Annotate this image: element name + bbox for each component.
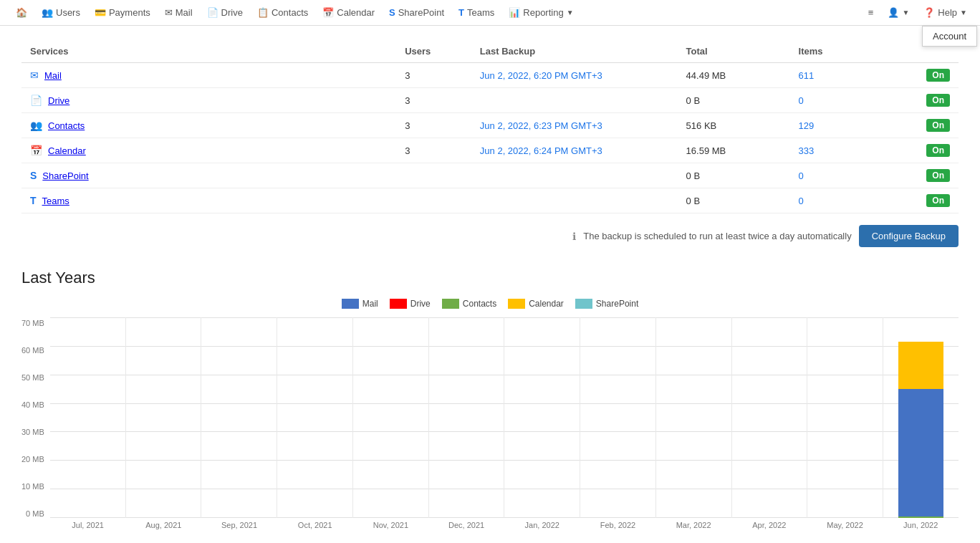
account-bubble[interactable]: Account	[922, 26, 977, 47]
legend-item: Calendar	[508, 299, 564, 309]
nav-calendar[interactable]: 📅 Calendar	[315, 0, 382, 25]
chart-column	[429, 317, 505, 518]
status-cell: On	[883, 163, 959, 188]
col-header-users: Users	[396, 40, 471, 63]
status-cell: On	[883, 63, 959, 88]
table-row: T Teams 0 B 0 On	[21, 188, 959, 213]
items-cell: 0	[790, 88, 884, 113]
nav-sharepoint[interactable]: S SharePoint	[382, 0, 451, 25]
legend-color	[442, 299, 459, 309]
chart-title: Last Years	[21, 269, 959, 287]
items-cell: 611	[790, 63, 884, 88]
status-cell: On	[883, 138, 959, 163]
help-dropdown-icon: ▼	[960, 9, 967, 16]
legend-label: Mail	[362, 299, 378, 309]
backup-note: ℹ The backup is scheduled to run at leas…	[21, 225, 959, 247]
service-cell: 📄 Drive	[21, 88, 396, 113]
nav-menu-button[interactable]: ≡	[864, 7, 878, 18]
account-dropdown-icon: ▼	[902, 9, 909, 16]
chart-column	[732, 317, 808, 518]
mail-service-link[interactable]: Mail	[44, 70, 62, 81]
chart-section: Last Years MailDriveContactsCalendarShar…	[21, 269, 959, 529]
total-cell: 516 KB	[678, 113, 790, 138]
service-cell: 📅 Calendar	[21, 138, 396, 163]
legend-color	[342, 299, 359, 309]
total-cell: 0 B	[678, 163, 790, 188]
nav-home[interactable]: 🏠	[9, 0, 34, 25]
main-content: Services Users Last Backup Total Items ✉…	[0, 26, 980, 543]
reporting-dropdown-icon: ▼	[567, 9, 574, 16]
home-icon: 🏠	[16, 7, 27, 18]
table-row: 👥 Contacts 3 Jun 2, 2022, 6:23 PM GMT+3 …	[21, 113, 959, 138]
nav-users[interactable]: 👥 Users	[34, 0, 87, 25]
nav-payments[interactable]: 💳 Payments	[87, 0, 158, 25]
teams-service-link[interactable]: Teams	[42, 196, 69, 206]
nav-account-button[interactable]: 👤 ▼	[883, 7, 913, 18]
nav-help-button[interactable]: ❓ Help ▼	[919, 7, 971, 18]
col-header-backup: Last Backup	[471, 40, 678, 63]
chart-column	[126, 317, 202, 518]
calendar-row-icon: 📅	[30, 145, 42, 156]
x-axis-label: Apr, 2022	[731, 521, 807, 529]
contacts-service-link[interactable]: Contacts	[48, 120, 85, 131]
nav-contacts[interactable]: 📋 Contacts	[250, 0, 315, 25]
x-axis-label: Oct, 2021	[277, 521, 353, 529]
bar-stack	[898, 342, 943, 518]
total-cell: 44.49 MB	[678, 63, 790, 88]
users-cell	[396, 163, 471, 188]
total-cell: 0 B	[678, 88, 790, 113]
nav-reporting[interactable]: 📊 Reporting ▼	[501, 0, 580, 25]
chart-column	[883, 317, 959, 518]
drive-row-icon: 📄	[30, 95, 42, 106]
legend-item: Contacts	[442, 299, 496, 309]
status-cell: On	[883, 188, 959, 213]
backup-cell: Jun 2, 2022, 6:23 PM GMT+3	[471, 113, 678, 138]
legend-color	[508, 299, 525, 309]
bar-segment-calendar	[898, 342, 943, 389]
calendar-icon: 📅	[322, 7, 334, 18]
x-axis-label: Sep, 2021	[201, 521, 277, 529]
sharepoint-service-link[interactable]: SharePoint	[42, 170, 88, 181]
nav-mail[interactable]: ✉ Mail	[158, 0, 200, 25]
x-axis-label: Jul, 2021	[50, 521, 126, 529]
chart-legend: MailDriveContactsCalendarSharePoint	[21, 299, 959, 309]
x-axis-label: Jan, 2022	[504, 521, 580, 529]
drive-icon: 📄	[207, 7, 218, 18]
teams-icon: T	[458, 7, 464, 18]
items-cell: 0	[790, 163, 884, 188]
nav-teams[interactable]: T Teams	[451, 0, 501, 25]
users-cell: 3	[396, 138, 471, 163]
x-axis-label: Dec, 2021	[428, 521, 504, 529]
chart-column	[201, 317, 277, 518]
chart-column	[353, 317, 429, 518]
teams-row-icon: T	[30, 195, 37, 206]
items-cell: 333	[790, 138, 884, 163]
info-icon: ℹ	[572, 231, 576, 242]
backup-cell: Jun 2, 2022, 6:20 PM GMT+3	[471, 63, 678, 88]
backup-note-text: The backup is scheduled to run at least …	[583, 231, 851, 241]
configure-backup-button[interactable]: Configure Backup	[859, 225, 959, 247]
drive-service-link[interactable]: Drive	[48, 95, 69, 106]
legend-color	[390, 299, 407, 309]
service-cell: S SharePoint	[21, 163, 396, 188]
services-table: Services Users Last Backup Total Items ✉…	[21, 40, 959, 213]
nav-drive[interactable]: 📄 Drive	[200, 0, 250, 25]
bar-segment-mail	[898, 389, 943, 516]
x-axis-label: Aug, 2021	[125, 521, 201, 529]
legend-label: SharePoint	[596, 299, 638, 309]
sharepoint-row-icon: S	[30, 170, 37, 181]
y-axis-label: 10 MB	[21, 482, 44, 491]
items-cell: 129	[790, 113, 884, 138]
payments-icon: 💳	[95, 7, 106, 18]
y-axis-label: 40 MB	[21, 400, 44, 409]
chart-column	[580, 317, 656, 518]
y-axis-label: 20 MB	[21, 455, 44, 463]
bar-segment-contacts	[898, 516, 943, 518]
calendar-service-link[interactable]: Calendar	[48, 145, 86, 156]
service-cell: T Teams	[21, 188, 396, 213]
status-badge: On	[926, 169, 950, 182]
table-row: S SharePoint 0 B 0 On	[21, 163, 959, 188]
col-header-services: Services	[21, 40, 396, 63]
sharepoint-icon: S	[389, 7, 395, 18]
reporting-icon: 📊	[509, 7, 520, 18]
